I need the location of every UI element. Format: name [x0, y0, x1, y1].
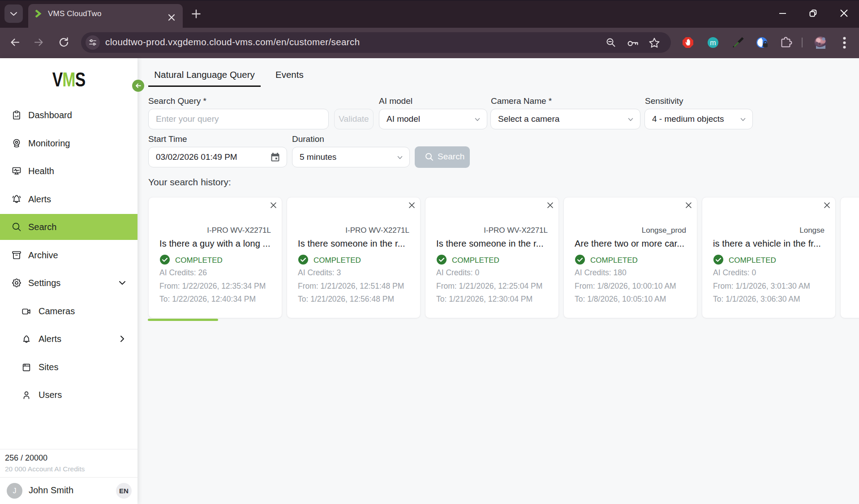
svg-text:m: m: [710, 39, 716, 47]
